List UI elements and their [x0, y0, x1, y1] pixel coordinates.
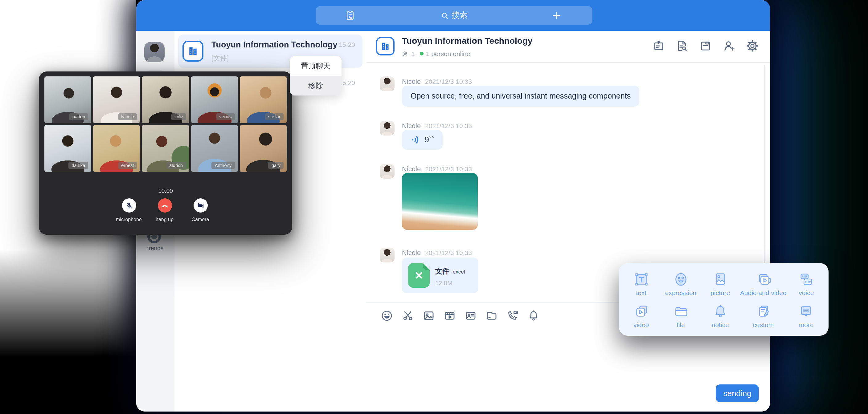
participant-video[interactable]: gary	[240, 125, 287, 172]
participant-video[interactable]: Nicole	[93, 76, 140, 123]
popup-item-audio-video[interactable]: Audio and video	[740, 268, 786, 300]
conversation-title: Tuoyun Information Technology	[212, 40, 337, 49]
message-meta: Nicole2021/12/3 10:33	[402, 120, 472, 131]
conversation-time: 15:20	[339, 41, 355, 48]
participant-name: ernest	[118, 162, 137, 169]
participant-video[interactable]: Anthony	[191, 125, 238, 172]
chat-title: Tuoyun Information Technology	[402, 36, 533, 45]
search-bar[interactable]: 搜索	[316, 6, 592, 25]
message-row	[380, 164, 395, 179]
popup-item-custom[interactable]: custom	[740, 300, 786, 332]
participant-name: stellar	[265, 113, 284, 120]
conversation-last-message: [文件]	[212, 54, 229, 63]
participant-video[interactable]: aldrich	[142, 125, 189, 172]
text-message-bubble[interactable]: Open source, free, and universal instant…	[402, 86, 639, 106]
audio-video-icon	[755, 272, 771, 287]
file-message-bubble[interactable]: ✕ 文件.excel 12.8M	[402, 257, 478, 293]
popup-item-more[interactable]: more	[786, 300, 826, 332]
settings-icon[interactable]	[746, 39, 759, 52]
message-meta: Nicole2021/12/3 10:33	[402, 75, 472, 86]
sender-avatar[interactable]	[380, 121, 395, 135]
trends-label[interactable]: trends	[136, 245, 175, 251]
search-placeholder: 搜索	[452, 10, 468, 21]
popup-item-notice[interactable]: notice	[701, 300, 740, 332]
sender-avatar[interactable]	[380, 248, 395, 262]
participant-video[interactable]: zole	[142, 76, 189, 123]
add-member-icon[interactable]	[722, 39, 736, 52]
video-clip-icon[interactable]	[443, 309, 456, 322]
contact-card-icon[interactable]	[464, 309, 477, 322]
sender-name: Nicole	[402, 122, 421, 129]
participant-video[interactable]: ernest	[93, 125, 140, 172]
participant-name: venus	[216, 113, 235, 120]
image-message[interactable]	[402, 173, 478, 230]
popup-item-text[interactable]: text	[621, 268, 661, 300]
more-icon	[799, 304, 814, 319]
hang-up-button[interactable]	[157, 198, 172, 213]
add-icon[interactable]	[552, 10, 562, 20]
message-time: 2021/12/3 10:33	[425, 77, 472, 85]
participant-video[interactable]: patton	[44, 76, 91, 123]
participant-name: Anthony	[212, 162, 235, 169]
search-field[interactable]: 搜索	[316, 6, 592, 25]
sender-avatar[interactable]	[380, 164, 395, 179]
popup-item-expression[interactable]: expression	[661, 268, 700, 300]
chat-subtitle: 1 1 person online	[402, 50, 470, 57]
user-avatar[interactable]	[144, 42, 164, 62]
participant-name: patton	[69, 113, 89, 120]
participant-name: zole	[172, 113, 186, 120]
doc-search-icon[interactable]	[676, 39, 689, 52]
message-time: 2021/12/3 10:33	[425, 249, 472, 256]
popup-item-voice[interactable]: voice	[786, 268, 826, 300]
participant-video[interactable]: stellar	[240, 76, 287, 123]
participant-name: danika	[68, 162, 88, 169]
chat-panel: Tuoyun Information Technology 1 1 person…	[366, 31, 770, 412]
excel-file-icon: ✕	[408, 263, 430, 288]
notification-bell-icon[interactable]	[527, 309, 540, 322]
participant-video[interactable]: venus	[191, 76, 238, 123]
hangup-control: hang up	[146, 198, 183, 222]
announcement-icon[interactable]	[652, 39, 665, 52]
image-icon[interactable]	[422, 309, 435, 322]
composer-toolbar	[380, 309, 540, 322]
group-avatar-icon	[183, 41, 204, 62]
microphone-label: microphone	[110, 217, 147, 222]
sender-name: Nicole	[402, 165, 421, 172]
popup-item-video[interactable]: video	[621, 300, 661, 332]
popup-item-picture[interactable]: picture	[701, 268, 740, 300]
sender-name: Nicole	[402, 77, 421, 85]
folder-icon[interactable]	[485, 309, 498, 322]
mute-microphone-button[interactable]	[122, 198, 136, 213]
file-icon[interactable]	[699, 39, 712, 52]
send-button[interactable]: sending	[716, 384, 759, 402]
emoji-icon[interactable]	[380, 309, 393, 322]
participant-name: aldrich	[166, 162, 186, 169]
member-count: 1	[411, 50, 415, 57]
microphone-control: microphone	[110, 198, 147, 222]
file-ext: .excel	[451, 268, 465, 275]
menu-item-remove[interactable]: 移除	[290, 76, 342, 95]
file-folder-icon	[673, 304, 689, 319]
menu-item-pin-chat[interactable]: 置顶聊天	[290, 56, 342, 76]
message-meta: Nicole2021/12/3 10:33	[402, 247, 472, 257]
sender-avatar[interactable]	[380, 76, 395, 91]
voice-wave-icon	[410, 135, 421, 145]
group-avatar-icon	[376, 37, 395, 56]
camera-off-button[interactable]	[193, 198, 208, 213]
call-timer: 10:00	[39, 187, 292, 194]
video-icon	[633, 304, 649, 319]
context-menu: 置顶聊天 移除	[290, 56, 342, 95]
online-dot	[420, 52, 424, 56]
participant-video[interactable]: danika	[44, 125, 91, 172]
video-call-icon[interactable]	[506, 309, 519, 322]
popup-item-file[interactable]: file	[661, 300, 700, 332]
chat-header-actions	[652, 39, 759, 52]
online-text: 1 person online	[426, 50, 470, 57]
picture-icon	[713, 272, 728, 287]
message-row	[380, 76, 395, 91]
screenshot-scissors-icon[interactable]	[401, 309, 414, 322]
expression-icon	[673, 272, 689, 287]
participant-name: Nicole	[118, 113, 137, 120]
file-name: 文件	[435, 267, 450, 275]
voice-message-bubble[interactable]: 9``	[402, 130, 443, 150]
